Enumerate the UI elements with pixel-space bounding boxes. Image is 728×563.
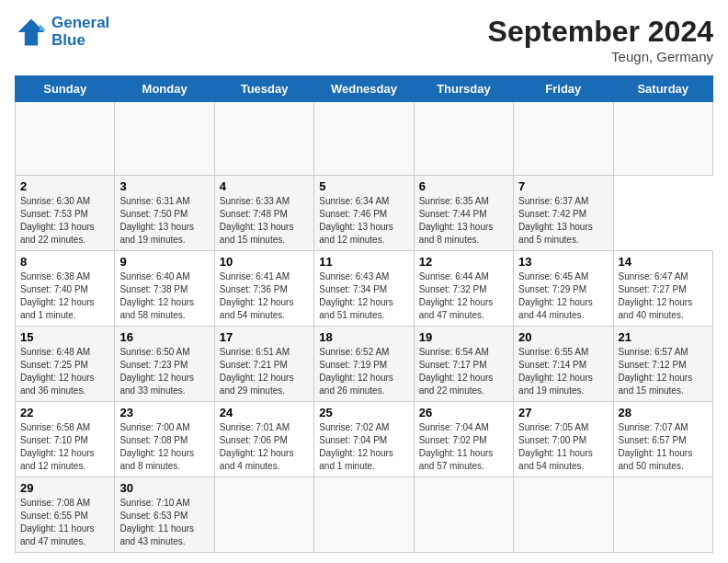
day-detail: Sunrise: 6:43 AMSunset: 7:34 PMDaylight:… [319, 271, 393, 320]
calendar-day-cell: 14 Sunrise: 6:47 AMSunset: 7:27 PMDaylig… [613, 251, 712, 327]
day-detail: Sunrise: 6:52 AMSunset: 7:19 PMDaylight:… [319, 347, 393, 396]
day-detail: Sunrise: 6:51 AMSunset: 7:21 PMDaylight:… [220, 347, 294, 396]
day-detail: Sunrise: 6:33 AMSunset: 7:48 PMDaylight:… [220, 196, 294, 245]
calendar-day-cell: 17 Sunrise: 6:51 AMSunset: 7:21 PMDaylig… [214, 327, 313, 402]
calendar-day-cell: 22 Sunrise: 6:58 AMSunset: 7:10 PMDaylig… [16, 402, 115, 477]
calendar-day-cell: 10 Sunrise: 6:41 AMSunset: 7:36 PMDaylig… [214, 251, 313, 327]
day-number: 7 [518, 179, 608, 193]
calendar-day-cell: 11 Sunrise: 6:43 AMSunset: 7:34 PMDaylig… [314, 251, 414, 327]
day-detail: Sunrise: 6:31 AMSunset: 7:50 PMDaylight:… [119, 196, 194, 245]
calendar-day-cell: 5 Sunrise: 6:34 AMSunset: 7:46 PMDayligh… [314, 176, 414, 251]
calendar-week-row: 15 Sunrise: 6:48 AMSunset: 7:25 PMDaylig… [16, 327, 713, 402]
calendar-day-cell [514, 102, 613, 176]
calendar-day-cell: 27 Sunrise: 7:05 AMSunset: 7:00 PMDaylig… [514, 402, 613, 477]
day-of-week-header: Thursday [414, 76, 513, 102]
day-number: 21 [619, 330, 708, 344]
day-number: 14 [619, 255, 708, 269]
day-number: 28 [619, 406, 708, 419]
day-number: 2 [20, 179, 109, 193]
day-of-week-header: Friday [514, 76, 613, 102]
day-number: 4 [220, 179, 309, 193]
calendar-day-cell: 25 Sunrise: 7:02 AMSunset: 7:04 PMDaylig… [314, 402, 414, 477]
calendar-day-cell: 15 Sunrise: 6:48 AMSunset: 7:25 PMDaylig… [16, 327, 115, 402]
calendar-day-cell: 7 Sunrise: 6:37 AMSunset: 7:42 PMDayligh… [514, 176, 613, 251]
location: Teugn, Germany [488, 49, 713, 64]
day-number: 9 [119, 255, 209, 269]
calendar-day-cell [613, 477, 712, 553]
calendar-day-cell: 30 Sunrise: 7:10 AMSunset: 6:53 PMDaylig… [115, 477, 214, 553]
svg-marker-0 [18, 18, 45, 45]
calendar-day-cell [16, 102, 115, 176]
day-number: 24 [220, 406, 309, 419]
day-detail: Sunrise: 6:50 AMSunset: 7:23 PMDaylight:… [119, 347, 194, 396]
day-number: 11 [319, 255, 408, 269]
calendar-day-cell: 18 Sunrise: 6:52 AMSunset: 7:19 PMDaylig… [314, 327, 414, 402]
day-number: 23 [119, 406, 209, 419]
calendar-day-cell: 13 Sunrise: 6:45 AMSunset: 7:29 PMDaylig… [514, 251, 613, 327]
day-detail: Sunrise: 6:41 AMSunset: 7:36 PMDaylight:… [220, 271, 294, 320]
day-detail: Sunrise: 7:08 AMSunset: 6:55 PMDaylight:… [20, 498, 95, 546]
day-number: 5 [319, 179, 408, 193]
day-number: 12 [419, 255, 508, 269]
day-number: 16 [119, 330, 209, 344]
day-detail: Sunrise: 6:58 AMSunset: 7:10 PMDaylight:… [20, 422, 95, 471]
day-number: 20 [518, 330, 608, 344]
day-number: 22 [20, 406, 109, 419]
calendar-day-cell [314, 477, 414, 553]
day-number: 8 [20, 255, 109, 269]
day-number: 10 [220, 255, 309, 269]
calendar-day-cell: 24 Sunrise: 7:01 AMSunset: 7:06 PMDaylig… [214, 402, 313, 477]
day-of-week-header: Tuesday [214, 76, 313, 102]
calendar-day-cell [214, 102, 313, 176]
day-detail: Sunrise: 7:07 AMSunset: 6:57 PMDaylight:… [619, 422, 693, 471]
day-number: 19 [419, 330, 508, 344]
day-of-week-header: Wednesday [314, 76, 414, 102]
day-detail: Sunrise: 6:45 AMSunset: 7:29 PMDaylight:… [518, 271, 593, 320]
day-detail: Sunrise: 7:04 AMSunset: 7:02 PMDaylight:… [419, 422, 494, 471]
calendar-day-cell: 16 Sunrise: 6:50 AMSunset: 7:23 PMDaylig… [115, 327, 214, 402]
day-number: 25 [319, 406, 408, 419]
calendar-header: SundayMondayTuesdayWednesdayThursdayFrid… [16, 76, 713, 102]
calendar-day-cell [414, 477, 513, 553]
calendar-day-cell: 23 Sunrise: 7:00 AMSunset: 7:08 PMDaylig… [115, 402, 214, 477]
day-number: 30 [119, 481, 209, 495]
day-detail: Sunrise: 6:47 AMSunset: 7:27 PMDaylight:… [619, 271, 693, 320]
calendar-day-cell: 26 Sunrise: 7:04 AMSunset: 7:02 PMDaylig… [414, 402, 513, 477]
logo: General Blue [15, 15, 109, 49]
calendar-day-cell: 6 Sunrise: 6:35 AMSunset: 7:44 PMDayligh… [414, 176, 513, 251]
day-detail: Sunrise: 6:38 AMSunset: 7:40 PMDaylight:… [20, 271, 95, 320]
day-number: 26 [419, 406, 508, 419]
calendar-day-cell: 9 Sunrise: 6:40 AMSunset: 7:38 PMDayligh… [115, 251, 214, 327]
day-detail: Sunrise: 7:05 AMSunset: 7:00 PMDaylight:… [518, 422, 593, 471]
day-detail: Sunrise: 6:57 AMSunset: 7:12 PMDaylight:… [619, 347, 693, 396]
calendar-day-cell: 3 Sunrise: 6:31 AMSunset: 7:50 PMDayligh… [115, 176, 214, 251]
day-number: 17 [220, 330, 309, 344]
day-number: 18 [319, 330, 408, 344]
calendar-day-cell [314, 102, 414, 176]
day-of-week-header: Monday [115, 76, 214, 102]
day-detail: Sunrise: 6:34 AMSunset: 7:46 PMDaylight:… [319, 196, 393, 245]
calendar-day-cell: 19 Sunrise: 6:54 AMSunset: 7:17 PMDaylig… [414, 327, 513, 402]
calendar-week-row: 2 Sunrise: 6:30 AMSunset: 7:53 PMDayligh… [16, 176, 713, 251]
day-detail: Sunrise: 6:30 AMSunset: 7:53 PMDaylight:… [20, 196, 95, 245]
calendar-day-cell: 8 Sunrise: 6:38 AMSunset: 7:40 PMDayligh… [16, 251, 115, 327]
calendar-day-cell [414, 102, 513, 176]
calendar-day-cell: 29 Sunrise: 7:08 AMSunset: 6:55 PMDaylig… [16, 477, 115, 553]
calendar-day-cell: 12 Sunrise: 6:44 AMSunset: 7:32 PMDaylig… [414, 251, 513, 327]
day-detail: Sunrise: 7:00 AMSunset: 7:08 PMDaylight:… [119, 422, 194, 471]
month-title: September 2024 [488, 15, 713, 49]
calendar-week-row: 8 Sunrise: 6:38 AMSunset: 7:40 PMDayligh… [16, 251, 713, 327]
logo-text: General Blue [51, 15, 109, 49]
day-number: 3 [119, 179, 209, 193]
day-number: 29 [20, 481, 109, 495]
calendar-week-row: 29 Sunrise: 7:08 AMSunset: 6:55 PMDaylig… [16, 477, 713, 553]
calendar-day-cell: 20 Sunrise: 6:55 AMSunset: 7:14 PMDaylig… [514, 327, 613, 402]
page-header: General Blue September 2024 Teugn, Germa… [15, 15, 713, 64]
calendar-day-cell [214, 477, 313, 553]
day-detail: Sunrise: 6:44 AMSunset: 7:32 PMDaylight:… [419, 271, 494, 320]
calendar-day-cell: 21 Sunrise: 6:57 AMSunset: 7:12 PMDaylig… [613, 327, 712, 402]
day-detail: Sunrise: 6:37 AMSunset: 7:42 PMDaylight:… [518, 196, 593, 245]
calendar-week-row: 22 Sunrise: 6:58 AMSunset: 7:10 PMDaylig… [16, 402, 713, 477]
day-number: 13 [518, 255, 608, 269]
calendar-day-cell: 2 Sunrise: 6:30 AMSunset: 7:53 PMDayligh… [16, 176, 115, 251]
